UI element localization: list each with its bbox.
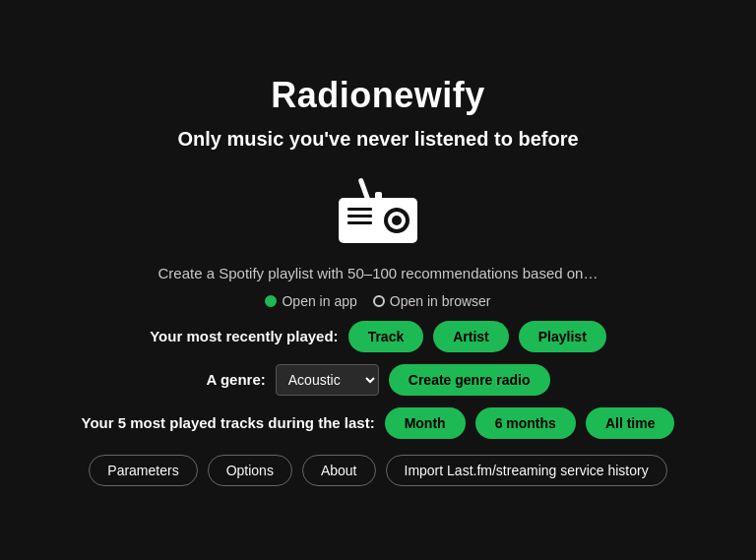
parameters-button[interactable]: Parameters: [89, 455, 197, 486]
open-in-browser-option[interactable]: Open in browser: [373, 293, 491, 309]
open-in-app-label: Open in app: [282, 293, 356, 309]
open-in-app-option[interactable]: Open in app: [265, 293, 356, 309]
genre-row: A genre: Acoustic Alternative Blues Clas…: [206, 364, 549, 396]
app-title: Radionewify: [271, 75, 485, 116]
description-text: Create a Spotify playlist with 50–100 re…: [158, 265, 598, 281]
radio-icon: [334, 170, 422, 249]
import-button[interactable]: Import Last.fm/streaming service history: [386, 455, 667, 486]
artist-button[interactable]: Artist: [433, 321, 509, 352]
about-button[interactable]: About: [302, 455, 376, 486]
genre-select[interactable]: Acoustic Alternative Blues Classical Cou…: [276, 364, 379, 396]
svg-rect-2: [347, 215, 372, 218]
recently-played-label: Your most recently played:: [150, 328, 338, 344]
svg-rect-7: [375, 192, 382, 204]
bottom-row: Parameters Options About Import Last.fm/…: [89, 455, 666, 486]
all-time-button[interactable]: All time: [586, 407, 675, 439]
open-in-browser-label: Open in browser: [390, 293, 491, 309]
svg-rect-3: [347, 221, 372, 224]
month-button[interactable]: Month: [385, 407, 466, 439]
open-options: Open in app Open in browser: [265, 293, 490, 309]
svg-rect-1: [347, 208, 372, 211]
top-tracks-label: Your 5 most played tracks during the las…: [82, 414, 375, 431]
create-genre-radio-button[interactable]: Create genre radio: [389, 364, 550, 396]
options-button[interactable]: Options: [208, 455, 292, 486]
recently-played-row: Your most recently played: Track Artist …: [150, 321, 606, 352]
main-container: Radionewify Only music you've never list…: [0, 55, 756, 506]
open-in-app-dot: [265, 295, 277, 307]
top-tracks-row: Your 5 most played tracks during the las…: [82, 407, 675, 439]
six-months-button[interactable]: 6 months: [475, 407, 576, 439]
genre-label: A genre:: [206, 371, 265, 388]
svg-point-6: [392, 216, 402, 225]
track-button[interactable]: Track: [348, 321, 424, 352]
playlist-button[interactable]: Playlist: [519, 321, 606, 352]
app-subtitle: Only music you've never listened to befo…: [177, 128, 578, 151]
open-in-browser-dot: [373, 295, 385, 307]
